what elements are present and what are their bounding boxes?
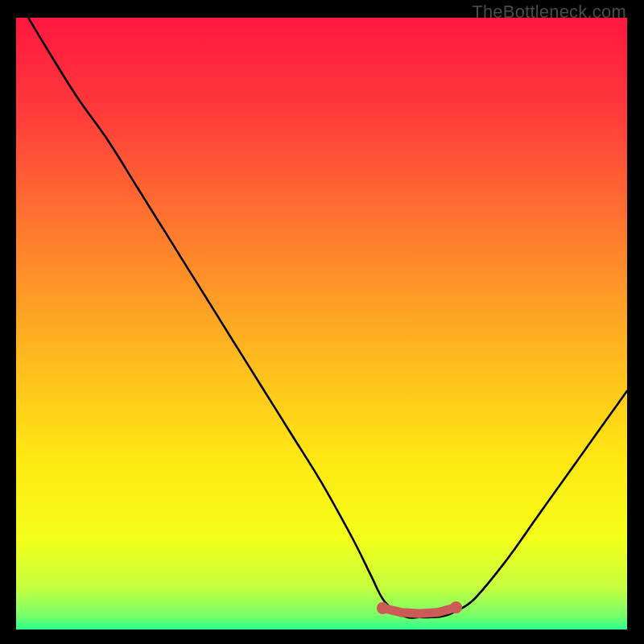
marker-flat-mid-2 <box>415 609 423 618</box>
gradient-background <box>16 18 627 630</box>
marker-flat-end <box>450 601 462 613</box>
marker-flat-mid-1 <box>397 608 406 617</box>
chart-frame <box>16 18 627 630</box>
marker-flat-mid-3 <box>433 608 442 617</box>
bottleneck-chart <box>16 18 627 630</box>
marker-flat-start <box>377 602 389 614</box>
